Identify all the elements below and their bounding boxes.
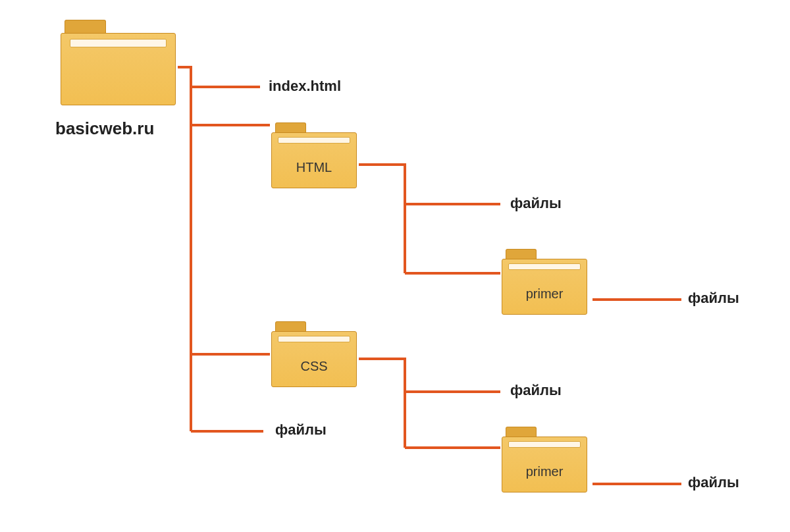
css-folder-label: CSS xyxy=(271,359,357,374)
html-files-label: файлы xyxy=(510,195,562,212)
html-folder-label: HTML xyxy=(271,160,357,175)
css-folder-icon: CSS xyxy=(271,321,357,387)
root-files-label: файлы xyxy=(275,421,327,439)
root-folder-label: basicweb.ru xyxy=(55,119,154,139)
root-folder-icon xyxy=(61,20,176,105)
html-primer-files-label: файлы xyxy=(688,290,739,307)
css-primer-folder-label: primer xyxy=(502,464,587,479)
html-folder-icon: HTML xyxy=(271,122,357,188)
css-files-label: файлы xyxy=(510,382,562,399)
css-primer-folder-icon: primer xyxy=(502,427,587,492)
html-primer-folder-icon: primer xyxy=(502,249,587,315)
html-primer-folder-label: primer xyxy=(502,286,587,302)
css-primer-files-label: файлы xyxy=(688,474,739,491)
file-index: index.html xyxy=(269,78,341,95)
